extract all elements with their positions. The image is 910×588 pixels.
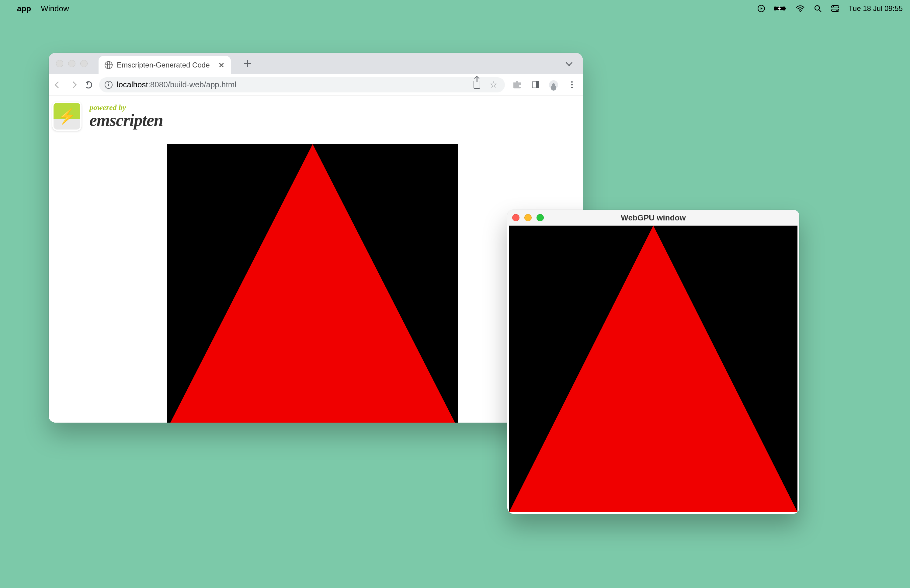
spotlight-search-icon[interactable]	[814, 5, 822, 13]
svg-point-4	[800, 11, 801, 12]
site-info-icon[interactable]: i	[105, 81, 113, 89]
battery-icon[interactable]	[774, 5, 787, 12]
emscripten-badge-icon: ⚡	[52, 102, 81, 131]
avatar-icon	[549, 80, 558, 89]
browser-traffic-lights	[53, 60, 92, 67]
browser-chrome: Emscripten-Generated Code i localhost:80…	[48, 53, 583, 95]
playback-icon[interactable]	[757, 5, 765, 13]
browser-page-content: ⚡ powered by emscripten	[48, 95, 583, 423]
window-menu[interactable]: Window	[41, 4, 69, 13]
svg-rect-9	[832, 9, 839, 11]
arrow-left-icon	[55, 81, 62, 88]
share-icon	[474, 81, 480, 89]
browser-menu-button[interactable]	[566, 79, 578, 91]
app-menu[interactable]: app	[17, 4, 31, 13]
bolt-icon: ⚡	[58, 108, 76, 125]
star-icon: ☆	[490, 81, 497, 89]
native-app-window: WebGPU window	[507, 210, 799, 514]
svg-rect-7	[832, 5, 839, 8]
svg-rect-3	[785, 8, 786, 10]
profile-button[interactable]	[548, 79, 559, 91]
traffic-light-minimize[interactable]	[524, 214, 532, 221]
svg-marker-12	[509, 226, 797, 512]
sidepanel-button[interactable]	[529, 79, 541, 91]
nav-forward-button[interactable]	[69, 80, 78, 89]
traffic-light-close[interactable]	[512, 214, 519, 221]
emscripten-brand-label: emscripten	[89, 111, 163, 129]
traffic-light-zoom[interactable]	[537, 214, 544, 221]
browser-tabstrip: Emscripten-Generated Code	[48, 53, 583, 74]
chevron-down-icon	[566, 59, 573, 66]
traffic-light-zoom[interactable]	[80, 60, 87, 67]
traffic-light-close[interactable]	[56, 60, 63, 67]
share-button[interactable]	[471, 79, 483, 91]
browser-tab[interactable]: Emscripten-Generated Code	[99, 56, 231, 74]
close-tab-icon[interactable]	[218, 62, 225, 68]
browser-toolbar: i localhost:8080/build-web/app.html ☆	[48, 74, 583, 95]
extensions-button[interactable]	[511, 79, 523, 91]
puzzle-icon	[513, 81, 521, 89]
macos-menubar: app Window Tue 18 Jul 09:55	[0, 0, 910, 17]
svg-point-8	[833, 6, 834, 7]
reload-icon	[85, 81, 92, 89]
nav-back-button[interactable]	[53, 80, 63, 89]
bookmark-button[interactable]: ☆	[487, 79, 499, 91]
red-triangle-render	[509, 226, 797, 512]
svg-line-6	[819, 10, 821, 12]
svg-point-10	[836, 10, 837, 11]
plus-icon	[244, 60, 251, 67]
emscripten-logo: ⚡ powered by emscripten	[52, 102, 166, 131]
new-tab-button[interactable]	[240, 56, 255, 71]
red-triangle-render	[167, 144, 458, 423]
kebab-icon	[571, 81, 573, 88]
control-center-icon[interactable]	[831, 5, 839, 12]
native-window-title: WebGPU window	[507, 213, 799, 223]
address-bar[interactable]: i localhost:8080/build-web/app.html ☆	[99, 77, 505, 92]
tab-list-button[interactable]	[561, 56, 577, 71]
url-host: localhost	[117, 80, 148, 89]
native-canvas[interactable]	[509, 226, 797, 512]
sidepanel-icon	[532, 81, 539, 88]
traffic-light-minimize[interactable]	[68, 60, 76, 67]
tab-title: Emscripten-Generated Code	[117, 61, 210, 69]
url-path: :8080/build-web/app.html	[148, 80, 237, 89]
menubar-clock[interactable]: Tue 18 Jul 09:55	[849, 4, 903, 13]
svg-point-5	[815, 5, 819, 10]
browser-window: Emscripten-Generated Code i localhost:80…	[48, 53, 583, 423]
emscripten-canvas[interactable]	[167, 144, 458, 423]
reload-button[interactable]	[84, 80, 93, 89]
arrow-right-icon	[70, 81, 77, 88]
globe-icon	[105, 61, 113, 69]
native-titlebar[interactable]: WebGPU window	[507, 210, 799, 226]
svg-marker-11	[167, 144, 458, 423]
wifi-icon[interactable]	[796, 5, 805, 12]
